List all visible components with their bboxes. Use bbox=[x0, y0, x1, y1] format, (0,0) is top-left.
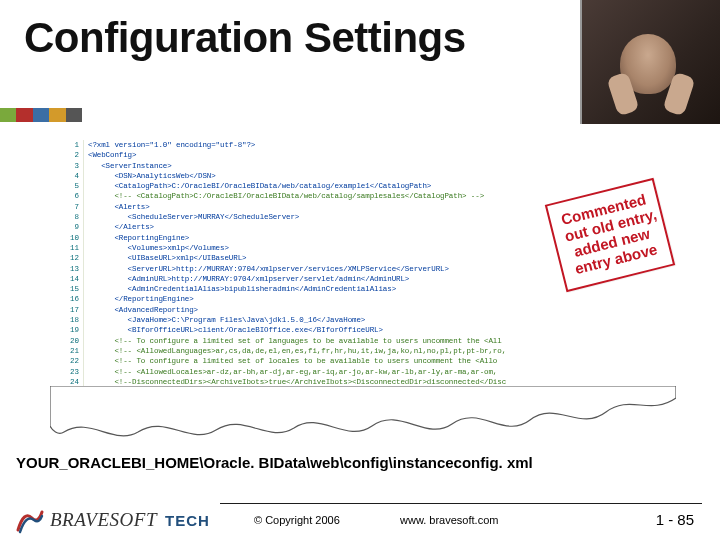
torn-edge bbox=[50, 386, 676, 448]
code-line: 23 <!-- <AllowedLocales>ar-dz,ar-bh,ar-d… bbox=[64, 367, 656, 377]
code-text: <Volumes>xmlp</Volumes> bbox=[84, 243, 229, 253]
accent-stripes bbox=[0, 108, 82, 122]
logo-icon bbox=[16, 506, 44, 534]
code-text: <!-- To configure a limited set of local… bbox=[84, 356, 497, 366]
code-text: <!-- <CatalogPath>C:/OracleBI/OracleBIDa… bbox=[84, 191, 484, 201]
line-number: 7 bbox=[64, 202, 84, 212]
website: www. bravesoft.com bbox=[400, 514, 498, 526]
line-number: 6 bbox=[64, 191, 84, 201]
code-text: <DSN>AnalyticsWeb</DSN> bbox=[84, 171, 216, 181]
line-number: 18 bbox=[64, 315, 84, 325]
header-photo bbox=[580, 0, 720, 124]
code-text: <!-- <AllowedLanguages>ar,cs,da,de,el,en… bbox=[84, 346, 506, 356]
footer: BRAVESOFT TECH © Copyright 2006 www. bra… bbox=[0, 490, 720, 540]
line-number: 12 bbox=[64, 253, 84, 263]
line-number: 1 bbox=[64, 140, 84, 150]
code-line: 18 <JavaHome>C:\Program Files\Java\jdk1.… bbox=[64, 315, 656, 325]
file-path: YOUR_ORACLEBI_HOME\Oracle. BIData\web\co… bbox=[16, 454, 533, 471]
code-line: 22 <!-- To configure a limited set of lo… bbox=[64, 356, 656, 366]
code-text: <Alerts> bbox=[84, 202, 150, 212]
code-line: 20 <!-- To configure a limited set of la… bbox=[64, 336, 656, 346]
line-number: 9 bbox=[64, 222, 84, 232]
line-number: 21 bbox=[64, 346, 84, 356]
copyright: © Copyright 2006 bbox=[254, 514, 340, 526]
code-line: 5 <CatalogPath>C:/OracleBI/OracleBIData/… bbox=[64, 181, 656, 191]
code-line: 21 <!-- <AllowedLanguages>ar,cs,da,de,el… bbox=[64, 346, 656, 356]
line-number: 23 bbox=[64, 367, 84, 377]
code-text: <!-- To configure a limited set of langu… bbox=[84, 336, 502, 346]
code-text: <?xml version="1.0" encoding="utf-8"?> bbox=[84, 140, 255, 150]
line-number: 22 bbox=[64, 356, 84, 366]
code-text: <AdminCredentialAlias>bipublisheradmin</… bbox=[84, 284, 396, 294]
line-number: 8 bbox=[64, 212, 84, 222]
page-number: 1 - 85 bbox=[656, 511, 694, 528]
code-text: </ReportingEngine> bbox=[84, 294, 194, 304]
code-text: <BIforOfficeURL>client/OracleBIOffice.ex… bbox=[84, 325, 383, 335]
line-number: 4 bbox=[64, 171, 84, 181]
code-text: <AdvancedReporting> bbox=[84, 305, 198, 315]
line-number: 11 bbox=[64, 243, 84, 253]
code-text: <!-- <AllowedLocales>ar-dz,ar-bh,ar-dj,a… bbox=[84, 367, 497, 377]
code-line: 1<?xml version="1.0" encoding="utf-8"?> bbox=[64, 140, 656, 150]
line-number: 5 bbox=[64, 181, 84, 191]
code-line: 17 <AdvancedReporting> bbox=[64, 305, 656, 315]
code-line: 3 <ServerInstance> bbox=[64, 161, 656, 171]
code-text: </Alerts> bbox=[84, 222, 154, 232]
code-text: <ScheduleServer>MURRAY</ScheduleServer> bbox=[84, 212, 299, 222]
code-text: <AdminURL>http://MURRAY:9704/xmlpserver/… bbox=[84, 274, 409, 284]
code-text: <JavaHome>C:\Program Files\Java\jdk1.5.0… bbox=[84, 315, 365, 325]
code-line: 19 <BIforOfficeURL>client/OracleBIOffice… bbox=[64, 325, 656, 335]
line-number: 14 bbox=[64, 274, 84, 284]
code-line: 4 <DSN>AnalyticsWeb</DSN> bbox=[64, 171, 656, 181]
brand-word: BRAVESOFT bbox=[50, 509, 157, 531]
line-number: 16 bbox=[64, 294, 84, 304]
line-number: 15 bbox=[64, 284, 84, 294]
line-number: 13 bbox=[64, 264, 84, 274]
line-number: 20 bbox=[64, 336, 84, 346]
code-text: <ServerInstance> bbox=[84, 161, 172, 171]
line-number: 10 bbox=[64, 233, 84, 243]
brand-logo: BRAVESOFT TECH bbox=[16, 506, 210, 534]
line-number: 17 bbox=[64, 305, 84, 315]
line-number: 19 bbox=[64, 325, 84, 335]
code-text: <UIBaseURL>xmlp</UIBaseURL> bbox=[84, 253, 246, 263]
footer-divider bbox=[220, 503, 702, 504]
brand-tech: TECH bbox=[165, 512, 210, 529]
code-text: <WebConfig> bbox=[84, 150, 136, 160]
code-text: <ReportingEngine> bbox=[84, 233, 189, 243]
code-line: 2<WebConfig> bbox=[64, 150, 656, 160]
slide-title: Configuration Settings bbox=[24, 14, 466, 62]
code-line: 16 </ReportingEngine> bbox=[64, 294, 656, 304]
line-number: 2 bbox=[64, 150, 84, 160]
code-text: <ServerURL>http://MURRAY:9704/xmlpserver… bbox=[84, 264, 449, 274]
code-text: <CatalogPath>C:/OracleBI/OracleBIData/we… bbox=[84, 181, 431, 191]
line-number: 3 bbox=[64, 161, 84, 171]
